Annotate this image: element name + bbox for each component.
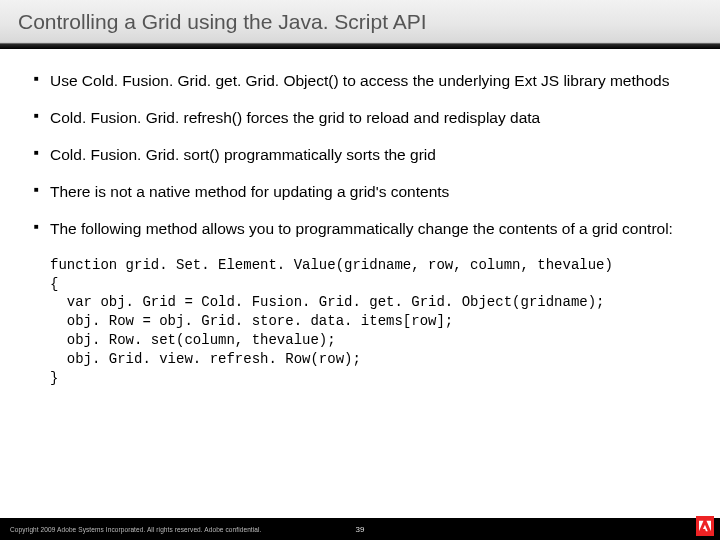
code-block: function grid. Set. Element. Value(gridn… [50, 256, 686, 388]
title-bar: Controlling a Grid using the Java. Scrip… [0, 0, 720, 43]
page-number: 39 [356, 525, 365, 534]
page-title: Controlling a Grid using the Java. Scrip… [18, 10, 702, 34]
adobe-logo [696, 516, 714, 536]
list-item: Cold. Fusion. Grid. sort() programmatica… [34, 145, 686, 166]
adobe-a-icon [699, 520, 711, 532]
list-item: There is not a native method for updatin… [34, 182, 686, 203]
footer-bar: Copyright 2009 Adobe Systems Incorporate… [0, 518, 720, 540]
slide: Controlling a Grid using the Java. Scrip… [0, 0, 720, 540]
list-item: The following method allows you to progr… [34, 219, 686, 240]
list-item: Cold. Fusion. Grid. refresh() forces the… [34, 108, 686, 129]
copyright-text: Copyright 2009 Adobe Systems Incorporate… [10, 526, 261, 533]
content-area: Use Cold. Fusion. Grid. get. Grid. Objec… [0, 49, 720, 518]
list-item: Use Cold. Fusion. Grid. get. Grid. Objec… [34, 71, 686, 92]
bullet-list: Use Cold. Fusion. Grid. get. Grid. Objec… [34, 71, 686, 240]
